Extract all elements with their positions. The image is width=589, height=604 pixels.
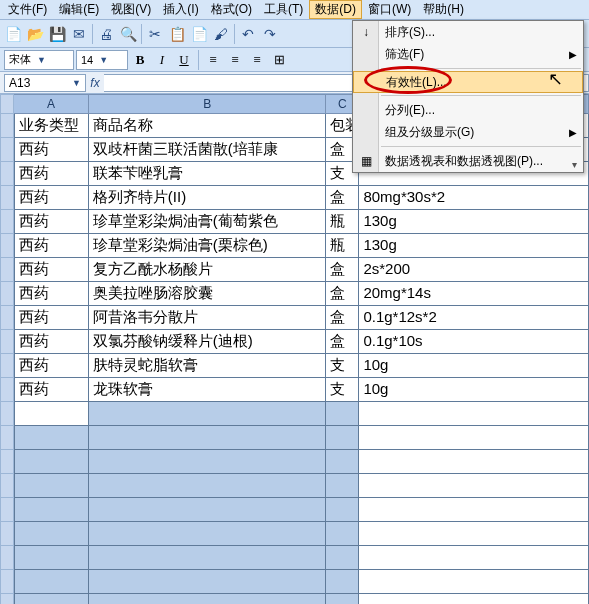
font-name-select[interactable]: 宋体▼ [4,50,74,70]
row-header[interactable] [0,426,14,450]
menu-item-group[interactable]: 组及分级显示(G) ▶ [353,121,583,143]
cell[interactable] [89,402,327,426]
row-header[interactable] [0,114,14,138]
col-header-a[interactable]: A [14,94,89,114]
col-header-b[interactable]: B [89,94,327,114]
cell[interactable] [326,426,359,450]
row-header[interactable] [0,258,14,282]
cell[interactable]: 支 [326,378,359,402]
row-header[interactable] [0,594,14,604]
cell[interactable]: 联苯苄唑乳膏 [89,162,327,186]
menu-format[interactable]: 格式(O) [205,0,258,19]
row-header[interactable] [0,138,14,162]
menu-item-pivot[interactable]: ▦ 数据透视表和数据透视图(P)... [353,150,583,172]
undo-icon[interactable]: ↶ [237,23,259,45]
cell[interactable]: 珍草堂彩染焗油膏(栗棕色) [89,234,327,258]
row-header[interactable] [0,402,14,426]
menu-item-split[interactable]: 分列(E)... [353,99,583,121]
cell[interactable]: 盒 [326,330,359,354]
expand-icon[interactable]: ▾ [572,159,577,170]
name-box[interactable]: A13▼ [4,74,86,92]
cell[interactable] [326,546,359,570]
cell[interactable]: 130g [359,234,589,258]
menu-insert[interactable]: 插入(I) [157,0,204,19]
row-header[interactable] [0,522,14,546]
cell[interactable]: 西药 [14,258,89,282]
cell[interactable] [359,522,589,546]
cell[interactable] [89,522,327,546]
menu-window[interactable]: 窗口(W) [362,0,417,19]
select-all-corner[interactable] [0,94,14,114]
cell[interactable]: 西药 [14,378,89,402]
cell[interactable] [359,426,589,450]
row-header[interactable] [0,570,14,594]
cell[interactable] [359,402,589,426]
align-center-icon[interactable]: ≡ [225,50,245,70]
cell[interactable] [14,450,89,474]
cell[interactable]: 西药 [14,354,89,378]
cell[interactable] [89,546,327,570]
row-header[interactable] [0,234,14,258]
cell[interactable] [359,498,589,522]
align-right-icon[interactable]: ≡ [247,50,267,70]
cell[interactable]: 双歧杆菌三联活菌散(培菲康 [89,138,327,162]
cell[interactable] [359,450,589,474]
cell[interactable]: 西药 [14,162,89,186]
cell[interactable]: 2s*200 [359,258,589,282]
cell[interactable]: 西药 [14,138,89,162]
menu-file[interactable]: 文件(F) [2,0,53,19]
cell[interactable]: 盒 [326,282,359,306]
menu-item-validity[interactable]: 有效性(L)... [353,71,583,93]
cell[interactable]: 130g [359,210,589,234]
align-left-icon[interactable]: ≡ [203,50,223,70]
cell[interactable]: 西药 [14,330,89,354]
cell[interactable]: 盒 [326,186,359,210]
cell[interactable]: 10g [359,378,589,402]
underline-button[interactable]: U [174,50,194,70]
cell[interactable]: 西药 [14,234,89,258]
menu-edit[interactable]: 编辑(E) [53,0,105,19]
cell[interactable] [14,402,89,426]
cut-icon[interactable]: ✂ [144,23,166,45]
cell[interactable] [359,474,589,498]
cell[interactable] [326,498,359,522]
cell[interactable] [326,402,359,426]
cell[interactable]: 商品名称 [89,114,327,138]
cell[interactable] [326,522,359,546]
menu-data[interactable]: 数据(D) [309,0,362,19]
cell[interactable]: 瓶 [326,210,359,234]
mail-icon[interactable]: ✉ [68,23,90,45]
row-header[interactable] [0,450,14,474]
cell[interactable] [326,450,359,474]
fx-icon[interactable]: fx [86,76,104,90]
italic-button[interactable]: I [152,50,172,70]
row-header[interactable] [0,546,14,570]
row-header[interactable] [0,378,14,402]
row-header[interactable] [0,474,14,498]
row-header[interactable] [0,354,14,378]
cell[interactable]: 盒 [326,258,359,282]
cell[interactable] [89,570,327,594]
redo-icon[interactable]: ↷ [259,23,281,45]
brush-icon[interactable]: 🖌 [210,23,232,45]
new-doc-icon[interactable]: 📄 [2,23,24,45]
font-size-select[interactable]: 14▼ [76,50,128,70]
paste-icon[interactable]: 📄 [188,23,210,45]
menu-tools[interactable]: 工具(T) [258,0,309,19]
menu-item-filter[interactable]: 筛选(F) ▶ [353,43,583,65]
row-header[interactable] [0,330,14,354]
cell[interactable]: 西药 [14,306,89,330]
cell[interactable] [359,594,589,604]
cell[interactable] [89,594,327,604]
print-icon[interactable]: 🖨 [95,23,117,45]
cell[interactable] [14,498,89,522]
cell[interactable]: 80mg*30s*2 [359,186,589,210]
cell[interactable]: 业务类型 [14,114,89,138]
cell[interactable] [326,570,359,594]
cell[interactable]: 0.1g*12s*2 [359,306,589,330]
cell[interactable] [14,474,89,498]
cell[interactable]: 盒 [326,306,359,330]
cell[interactable] [326,594,359,604]
copy-icon[interactable]: 📋 [166,23,188,45]
cell[interactable]: 奥美拉唑肠溶胶囊 [89,282,327,306]
